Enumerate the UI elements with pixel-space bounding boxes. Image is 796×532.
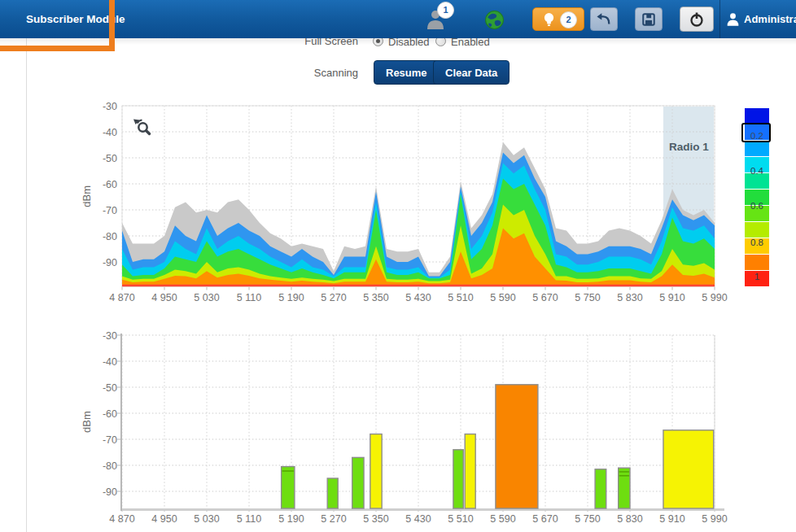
svg-text:-80: -80 [103,231,117,242]
spectrum-chart: -30-40-50-60-70-80-904 8704 9505 0305 11… [81,101,728,303]
power-icon [689,11,705,28]
svg-text:5 430: 5 430 [405,513,431,525]
signal-bar [352,457,364,508]
svg-text:5 190: 5 190 [278,513,304,525]
svg-text:-70: -70 [103,434,117,446]
legend-value: 0.8 [745,238,769,247]
globe-icon [484,10,505,30]
svg-text:-60: -60 [103,179,117,190]
legend-segment[interactable] [745,173,769,189]
svg-text:5 990: 5 990 [702,513,727,525]
svg-text:5 030: 5 030 [194,513,219,525]
svg-text:5 510: 5 510 [448,513,473,525]
svg-text:-60: -60 [103,408,117,420]
svg-text:-30: -30 [103,330,117,342]
svg-text:5 110: 5 110 [237,292,261,303]
signal-bar [663,430,714,508]
svg-text:4 950: 4 950 [151,513,177,525]
save-icon [641,12,656,27]
svg-text:5 510: 5 510 [448,292,473,303]
signal-bar [370,434,382,508]
svg-text:5 190: 5 190 [278,292,304,303]
svg-text:5 750: 5 750 [575,292,600,303]
svg-text:5 910: 5 910 [659,292,684,303]
navbar-shadow [0,38,796,45]
account-menu[interactable]: Administrator [727,0,796,38]
legend-segment[interactable] [745,255,769,270]
zoom-reset-icon[interactable] [132,117,153,138]
legend-selection-box[interactable] [741,123,771,142]
svg-text:4 870: 4 870 [109,513,134,525]
svg-text:5 590: 5 590 [490,292,515,303]
account-name: Administrator [744,13,796,25]
svg-text:5 670: 5 670 [532,513,558,525]
legend-segment[interactable] [745,222,769,238]
signal-bar [595,469,606,508]
svg-text:5 750: 5 750 [575,513,600,525]
legend-value: 0.6 [745,201,769,211]
save-button[interactable] [635,7,663,31]
bar-chart: -30-40-50-60-70-80-904 8704 9505 0305 11… [81,330,728,525]
svg-text:5 030: 5 030 [194,292,219,303]
top-navbar: Subscriber Module 1 2 [0,0,796,38]
svg-text:4 870: 4 870 [109,292,134,303]
bulb-icon [543,11,555,28]
svg-text:dBm: dBm [81,185,93,207]
svg-text:-90: -90 [103,486,117,498]
legend-value: 1 [745,272,769,281]
charts-canvas: -30-40-50-60-70-80-904 8704 9505 0305 11… [0,0,796,532]
page: -30-40-50-60-70-80-904 8704 9505 0305 11… [0,0,796,532]
user-white-icon [727,12,739,26]
svg-text:5 270: 5 270 [321,513,346,525]
user-count-badge: 1 [437,2,454,19]
signal-bar [465,434,475,508]
svg-text:5 430: 5 430 [405,292,431,303]
svg-text:5 270: 5 270 [321,292,346,303]
signal-bar [327,478,338,508]
svg-text:-70: -70 [103,205,117,216]
svg-text:-80: -80 [103,460,117,472]
undo-icon [595,12,613,27]
svg-text:5 830: 5 830 [617,513,642,525]
undo-button[interactable] [590,7,618,31]
power-button[interactable] [680,7,714,32]
svg-text:-30: -30 [103,101,117,112]
svg-text:-50: -50 [103,153,117,164]
svg-text:-40: -40 [103,127,117,138]
alert-count-badge: 2 [560,11,577,28]
svg-text:-50: -50 [103,382,117,394]
signal-bar [496,385,538,508]
svg-text:5 910: 5 910 [659,513,684,525]
radio1-label: Radio 1 [669,141,709,153]
svg-text:dBm: dBm [81,411,93,433]
svg-text:-40: -40 [103,356,117,368]
svg-text:5 830: 5 830 [617,292,642,303]
svg-text:5 350: 5 350 [363,292,388,303]
signal-bar [619,468,630,508]
connected-users-button[interactable]: 1 [426,7,447,32]
legend-segment[interactable] [745,141,769,156]
intensity-legend[interactable]: 0.20.40.60.81 [745,108,769,286]
svg-text:5 990: 5 990 [702,292,727,303]
page-title[interactable]: Subscriber Module [26,0,125,38]
navbar-divider [719,0,720,38]
svg-text:-90: -90 [103,257,117,268]
svg-text:5 110: 5 110 [237,513,261,525]
svg-text:5 590: 5 590 [490,513,515,525]
svg-text:5 350: 5 350 [363,513,388,525]
signal-bar [453,450,463,508]
svg-text:5 670: 5 670 [532,292,558,303]
language-globe-button[interactable] [484,10,505,30]
svg-text:4 950: 4 950 [151,292,177,303]
legend-value: 0.4 [745,166,769,176]
alerts-button[interactable]: 2 [532,7,584,31]
legend-segment[interactable] [745,108,769,124]
signal-bar [282,467,295,508]
